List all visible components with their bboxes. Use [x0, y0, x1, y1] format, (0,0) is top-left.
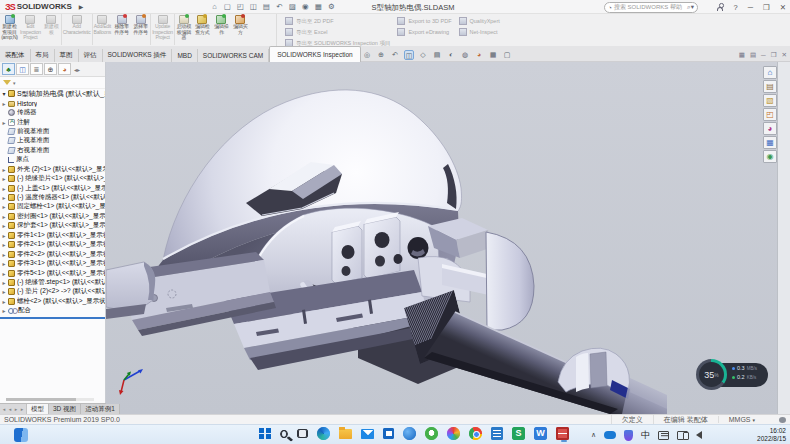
headsup-icon[interactable]: ▦	[488, 50, 498, 60]
ribbon-button[interactable]: 新建检 查项目 (amp;N)	[0, 14, 19, 45]
command-tab[interactable]: MBD	[172, 49, 197, 62]
tree-item[interactable]: (-) 绝缘管.step<1> (默认<<默认>	[0, 278, 105, 287]
export-item[interactable]: Net-Inspect	[459, 28, 500, 36]
tree-item[interactable]: 零件1<1> (默认<<默认>_显示状态	[0, 231, 105, 240]
command-tab[interactable]: SOLIDWORKS 插件	[103, 49, 173, 62]
search-icon[interactable]: ⌕▾	[687, 3, 694, 11]
performance-gauge[interactable]: 35% 0.3 MB/s 0.2 KB/s	[696, 358, 768, 392]
tree-hscrollbar[interactable]	[6, 398, 94, 401]
headsup-icon[interactable]: ▢	[502, 50, 512, 60]
model-tab[interactable]: 3D 视图	[49, 404, 81, 414]
tree-filter[interactable]: ▾	[0, 77, 105, 89]
ribbon-button[interactable]: 编辑检 查方式	[193, 14, 212, 45]
tree-split-bar[interactable]	[0, 317, 105, 319]
status-units[interactable]: MMGS ▾	[718, 416, 765, 423]
taskbar-icon[interactable]	[469, 427, 482, 440]
taskbar-icon[interactable]	[339, 429, 352, 439]
graphics-viewport[interactable]: 35% 0.3 MB/s 0.2 KB/s ⌂▤▧◰◕▦◉	[106, 62, 790, 414]
onedrive-tray-icon[interactable]	[604, 431, 616, 439]
taskbar-icon[interactable]	[297, 429, 308, 438]
display-tray-icon[interactable]	[677, 431, 688, 440]
expander-icon[interactable]	[0, 203, 8, 210]
expander-icon[interactable]	[0, 222, 8, 229]
expander-icon[interactable]	[0, 251, 8, 258]
doc-control-icon[interactable]: ❐	[771, 51, 777, 59]
login-icon[interactable]	[717, 7, 723, 11]
ribbon-button[interactable]: 编辑买 方	[231, 14, 250, 45]
tree-item[interactable]: 外壳 (2)<1> (默认<<默认>_显示状	[0, 165, 105, 174]
taskbar-icon[interactable]	[491, 427, 503, 440]
taskbar-icon[interactable]	[447, 427, 460, 440]
menu-expand-arrow[interactable]: ▶	[79, 3, 84, 10]
taskpane-icon[interactable]: ◕	[763, 122, 777, 135]
qat-icon[interactable]: ↶	[273, 2, 285, 11]
qat-icon[interactable]: ▢	[221, 2, 233, 11]
export-item[interactable]: Export to 3D PDF	[397, 17, 451, 25]
headsup-icon[interactable]: ◐	[446, 50, 456, 60]
tree-item[interactable]: 固定螺栓<1> (默认<<默认>_显示	[0, 202, 105, 211]
tab-nav-arrow[interactable]: ▸	[19, 406, 25, 412]
ribbon-button[interactable]: 编辑操 作	[212, 14, 231, 45]
tab-overflow-arrows[interactable]: ◂▸	[74, 66, 80, 73]
tree-item[interactable]: (-) 温度传感器<1> (默认<<默认>_	[0, 193, 105, 202]
dimxpert-tab-icon[interactable]: ⊕	[44, 63, 57, 75]
taskbar-clock[interactable]: 16:02 2022/8/15	[757, 427, 786, 443]
command-tab[interactable]: 装配体	[0, 49, 31, 62]
qat-icon[interactable]: ▦	[312, 2, 324, 11]
command-tab[interactable]: 布局	[31, 49, 55, 62]
expander-icon[interactable]	[0, 288, 8, 295]
taskbar-icon[interactable]	[383, 428, 394, 439]
headsup-icon[interactable]: ◍	[460, 50, 470, 60]
taskpane-icon[interactable]: ▧	[763, 94, 777, 107]
tree-item[interactable]: 前视基准面	[0, 127, 105, 136]
taskpane-icon[interactable]: ◉	[763, 150, 777, 163]
qat-icon[interactable]: ◉	[299, 2, 311, 11]
ime-indicator[interactable]: 中	[641, 429, 650, 442]
taskbar-icon[interactable]: W	[534, 427, 547, 440]
ribbon-button[interactable]: Edit Inspection Project	[19, 14, 42, 45]
ribbon-button[interactable]: Update Inspection Project	[150, 14, 174, 45]
tree-root[interactable]: S型轴加热电偶 (默认<默认_显示状态-1	[0, 89, 105, 98]
featuremanager-tab-icon[interactable]: ♣	[2, 63, 15, 75]
expander-icon[interactable]	[0, 194, 8, 201]
expander-icon[interactable]	[0, 166, 8, 173]
expander-icon[interactable]	[0, 213, 8, 220]
taskbar-icon[interactable]	[361, 429, 374, 439]
tree-item[interactable]: 右视基准面	[0, 146, 105, 155]
headsup-icon[interactable]: ⊕	[376, 50, 386, 60]
taskpane-icon[interactable]: ▦	[763, 136, 777, 149]
tree-item[interactable]: 零件2<2> (默认<<默认>_显示状	[0, 249, 105, 258]
tree-item[interactable]: 传感器	[0, 108, 105, 117]
ribbon-button[interactable]: 移除零 件序号	[112, 14, 131, 45]
tree-item[interactable]: 保护套<1> (默认<<默认>_显示状	[0, 221, 105, 230]
headsup-icon[interactable]: ◎	[362, 50, 372, 60]
configurationmanager-tab-icon[interactable]: ≣	[30, 63, 43, 75]
headsup-icon[interactable]: ◇	[418, 50, 428, 60]
export-item[interactable]: QualityXpert	[459, 17, 500, 25]
expander-icon[interactable]	[0, 279, 8, 286]
tray-expand-icon[interactable]: ∧	[591, 431, 596, 439]
expander-icon[interactable]	[0, 241, 8, 248]
command-tab[interactable]: 草图	[55, 49, 79, 62]
volume-tray-icon[interactable]	[696, 431, 702, 439]
taskbar-icon[interactable]	[280, 430, 288, 438]
command-tab[interactable]: SOLIDWORKS CAM	[198, 49, 269, 62]
expander-icon[interactable]	[0, 100, 8, 107]
expander-icon[interactable]	[0, 270, 8, 277]
taskbar-icon[interactable]	[259, 428, 271, 440]
model-tab[interactable]: 模型	[27, 404, 49, 414]
taskbar-icon[interactable]	[425, 427, 438, 440]
export-item[interactable]: 导出至 2D PDF	[285, 17, 390, 25]
tree-item[interactable]: (-) 绝缘垫片<1> (默认<<默认>_显	[0, 174, 105, 183]
doc-control-icon[interactable]: ▦	[739, 51, 745, 59]
headsup-icon[interactable]: ↶	[390, 50, 400, 60]
doc-control-icon[interactable]: ✕	[782, 51, 787, 59]
expander-icon[interactable]	[0, 185, 8, 192]
tree-item[interactable]: 上视基准面	[0, 136, 105, 145]
taskbar-icon[interactable]	[556, 427, 569, 440]
ribbon-button[interactable]: 新建模 板	[42, 14, 61, 45]
command-tab[interactable]: 评估	[79, 49, 103, 62]
ribbon-button[interactable]: 启动模 板编辑 器	[174, 14, 193, 45]
status-comment-icon[interactable]	[779, 417, 786, 423]
help-icon[interactable]: ?	[733, 3, 737, 12]
